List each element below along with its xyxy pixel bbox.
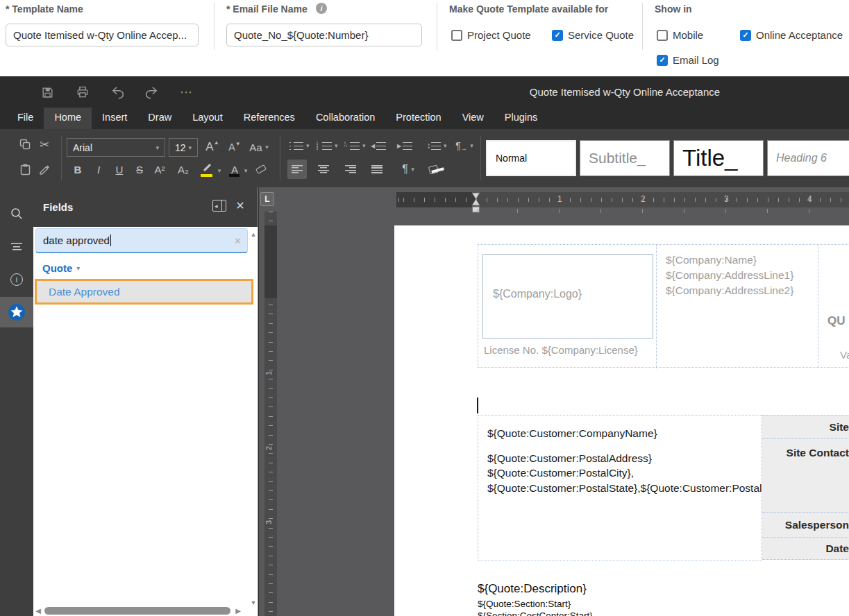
justify-button[interactable] bbox=[367, 160, 387, 179]
save-button[interactable] bbox=[39, 84, 56, 101]
style-heading-6[interactable]: Heading 6 bbox=[767, 140, 849, 176]
multilevel-list-button[interactable]: 1 • i ▾ bbox=[344, 137, 366, 154]
horizontal-ruler[interactable]: 1 2 3 4 bbox=[396, 192, 849, 207]
copy-button[interactable] bbox=[17, 136, 33, 153]
show-formatting-marks-button[interactable]: ¶ ▾ bbox=[398, 161, 419, 178]
service-quote-option[interactable]: ✓ Service Quote bbox=[552, 29, 634, 41]
font-family-select[interactable]: Arial ▾ bbox=[67, 138, 165, 157]
menu-draw[interactable]: Draw bbox=[137, 108, 182, 129]
customer-details-cell[interactable]: ${Quote:Customer:CompanyName} ${Quote:Cu… bbox=[478, 415, 762, 561]
cut-button[interactable]: ✂ bbox=[36, 136, 53, 153]
scroll-right-button[interactable]: ▶ bbox=[233, 607, 243, 615]
eraser-icon bbox=[255, 164, 267, 174]
quote-info-label-column[interactable]: Site Site Contact Salesperson Date bbox=[762, 415, 849, 561]
salesperson-row[interactable]: Salesperson bbox=[762, 512, 849, 538]
print-button[interactable] bbox=[74, 84, 91, 101]
email-log-checkbox[interactable]: ✓ bbox=[657, 55, 668, 66]
online-acceptance-option[interactable]: ✓ Online Acceptance bbox=[740, 29, 843, 41]
separator bbox=[280, 136, 280, 180]
mobile-checkbox[interactable] bbox=[657, 30, 668, 41]
shading-button[interactable]: ▾ bbox=[425, 161, 448, 178]
search-button[interactable] bbox=[0, 198, 33, 229]
increase-font-size-button[interactable]: A▲ bbox=[204, 139, 221, 155]
tab-stop-selector[interactable]: L bbox=[260, 192, 274, 206]
company-address-cell[interactable]: ${Company:Name} ${Company:AddressLine1} … bbox=[656, 245, 818, 368]
template-name-input[interactable] bbox=[6, 24, 199, 46]
scroll-up-button[interactable]: ▲ bbox=[249, 231, 258, 238]
chevron-down-icon: ▾ bbox=[265, 144, 269, 151]
menu-file[interactable]: File bbox=[7, 108, 44, 129]
subscript-button[interactable]: A₂ bbox=[175, 161, 192, 178]
clear-formatting-button[interactable] bbox=[253, 161, 269, 178]
menu-protection[interactable]: Protection bbox=[385, 108, 451, 129]
email-file-name-input[interactable] bbox=[226, 24, 422, 46]
vertical-ruler[interactable]: 1 2 3 bbox=[264, 212, 277, 616]
info-icon[interactable]: i bbox=[316, 3, 327, 14]
superscript-button[interactable]: A² bbox=[151, 161, 168, 178]
project-quote-option[interactable]: Project Quote bbox=[451, 29, 531, 41]
bullet-list-button[interactable]: ▾ bbox=[288, 137, 310, 154]
date-row[interactable]: Date bbox=[762, 537, 849, 560]
strikethrough-button[interactable]: S bbox=[131, 161, 148, 178]
menu-references[interactable]: References bbox=[233, 108, 305, 129]
font-color-dropdown[interactable]: ▾ bbox=[242, 162, 250, 179]
undo-button[interactable] bbox=[110, 84, 126, 101]
paste-button[interactable] bbox=[17, 161, 33, 178]
menu-home[interactable]: Home bbox=[44, 108, 92, 129]
bold-button[interactable]: B bbox=[69, 161, 86, 178]
scrollbar-thumb[interactable] bbox=[44, 607, 230, 615]
scroll-left-button[interactable]: ◀ bbox=[33, 607, 43, 615]
menu-plugins[interactable]: Plugins bbox=[494, 108, 548, 129]
clear-search-button[interactable]: ✕ bbox=[234, 236, 242, 246]
close-panel-button[interactable]: ✕ bbox=[233, 199, 247, 213]
addon-fields-button[interactable] bbox=[0, 297, 33, 327]
font-size-select[interactable]: 12 ▾ bbox=[169, 138, 198, 157]
align-left-button[interactable] bbox=[287, 160, 307, 179]
increase-indent-button[interactable]: ▶ bbox=[396, 137, 413, 154]
italic-button[interactable]: I bbox=[90, 161, 107, 178]
align-right-button[interactable] bbox=[341, 160, 360, 179]
decrease-indent-button[interactable]: ◀ bbox=[370, 137, 387, 154]
decrease-font-size-button[interactable]: A▼ bbox=[226, 139, 243, 155]
site-contact-row[interactable]: Site Contact bbox=[762, 438, 849, 513]
email-log-option[interactable]: ✓ Email Log bbox=[657, 54, 719, 66]
document-body-text[interactable]: ${Quote:Description} ${Quote:Section:Sta… bbox=[478, 580, 593, 616]
more-options-button[interactable]: ⋯ bbox=[178, 84, 194, 101]
align-center-button[interactable] bbox=[314, 160, 333, 179]
numbered-list-button[interactable]: 1 2 3 ▾ bbox=[316, 137, 338, 154]
field-group-quote[interactable]: Quote ▾ bbox=[42, 262, 80, 274]
menu-view[interactable]: View bbox=[452, 108, 494, 129]
underline-button[interactable]: U bbox=[111, 161, 128, 178]
style-normal[interactable]: Normal bbox=[486, 140, 576, 176]
menu-collaboration[interactable]: Collaboration bbox=[305, 108, 385, 129]
chevron-down-icon: ▾ bbox=[444, 142, 447, 149]
service-quote-checkbox[interactable]: ✓ bbox=[552, 30, 563, 41]
format-painter-button[interactable] bbox=[36, 161, 53, 178]
field-item-date-approved[interactable]: Date Approved bbox=[35, 279, 253, 305]
document-header-table[interactable]: ${Company:Logo} License No. ${Company:Li… bbox=[478, 244, 849, 368]
project-quote-checkbox[interactable] bbox=[451, 30, 462, 41]
document-page[interactable]: ${Company:Logo} License No. ${Company:Li… bbox=[394, 225, 849, 616]
highlight-color-dropdown[interactable]: ▾ bbox=[215, 162, 224, 179]
highlight-color-button[interactable] bbox=[199, 161, 215, 178]
style-title[interactable]: Title_ bbox=[673, 140, 764, 176]
company-logo-placeholder[interactable]: ${Company:Logo} bbox=[482, 254, 653, 339]
document-info-button[interactable]: i bbox=[0, 264, 33, 295]
line-spacing-button[interactable]: ↕ ▾ bbox=[425, 137, 448, 154]
field-search-input[interactable]: date approved ✕ bbox=[35, 228, 248, 253]
mobile-option[interactable]: Mobile bbox=[657, 29, 703, 41]
menu-layout[interactable]: Layout bbox=[182, 108, 233, 129]
online-acceptance-checkbox[interactable]: ✓ bbox=[740, 30, 751, 41]
redo-button[interactable] bbox=[143, 84, 160, 101]
scroll-down-button[interactable]: ▼ bbox=[249, 599, 258, 606]
quote-title-cell[interactable]: QU Va bbox=[818, 245, 849, 368]
style-subtitle[interactable]: Subtitle_ bbox=[580, 140, 670, 176]
menu-insert[interactable]: Insert bbox=[92, 108, 137, 129]
document-outline-button[interactable] bbox=[0, 231, 33, 262]
paragraph-direction-button[interactable]: ¶→ ▾ bbox=[453, 137, 476, 154]
horizontal-scrollbar[interactable]: ◀ ▶ bbox=[33, 606, 249, 615]
site-row[interactable]: Site bbox=[762, 415, 849, 439]
font-color-button[interactable]: A bbox=[226, 161, 243, 178]
dock-panel-button[interactable]: ◂ bbox=[212, 200, 226, 212]
change-case-button[interactable]: Aa ▾ bbox=[247, 139, 271, 155]
